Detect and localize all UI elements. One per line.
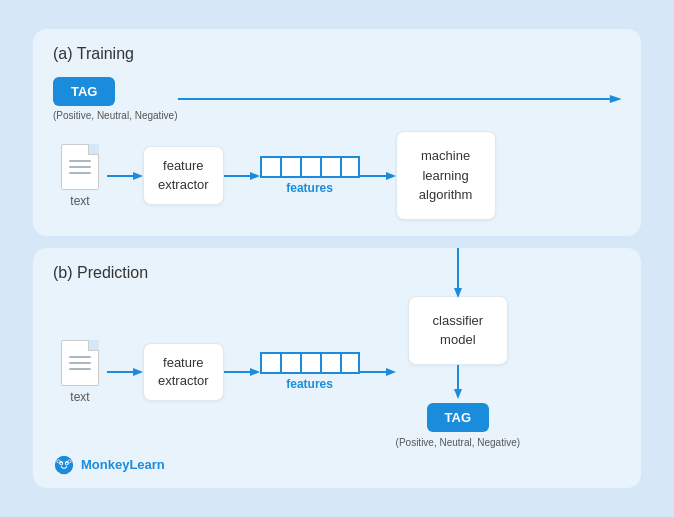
prediction-arrow-3 [360, 364, 396, 380]
training-title: (a) Training [53, 45, 621, 63]
prediction-tag-subtitle: (Positive, Neutral, Negative) [396, 437, 521, 448]
pred-feature-cell-2 [280, 352, 300, 374]
prediction-title-letter: (b) [53, 264, 73, 281]
pred-doc-line-3 [69, 368, 91, 370]
doc-line-2 [69, 166, 91, 168]
training-arrow-1 [107, 168, 143, 184]
doc-line-1 [69, 160, 91, 162]
pred-feature-cell-4 [320, 352, 340, 374]
prediction-features-box: features [260, 352, 360, 391]
svg-marker-17 [454, 389, 462, 399]
prediction-features-label: features [286, 377, 333, 391]
feature-cell-1 [260, 156, 280, 178]
prediction-title-text: Prediction [73, 264, 149, 281]
prediction-doc-image [61, 340, 99, 386]
classifier-column: classifiermodel TAG (Positiv [396, 296, 521, 448]
feature-cell-5 [340, 156, 360, 178]
training-tag-subtitle: (Positive, Neutral, Negative) [53, 110, 178, 121]
prediction-feature-extractor-label: featureextractor [158, 355, 209, 388]
svg-marker-13 [386, 368, 396, 376]
training-section: (a) Training TAG (Positive, Neutral, Neg… [33, 29, 641, 236]
svg-marker-7 [386, 172, 396, 180]
svg-marker-9 [133, 368, 143, 376]
training-features-box: features [260, 156, 360, 195]
doc-line-3 [69, 172, 91, 174]
prediction-features-array [260, 352, 360, 374]
training-doc-label: text [70, 194, 89, 208]
prediction-tag-button[interactable]: TAG [427, 403, 489, 432]
monkeylearn-icon [53, 454, 75, 476]
training-feature-extractor-label: featureextractor [158, 158, 209, 191]
diagram-container: (a) Training TAG (Positive, Neutral, Neg… [17, 13, 657, 504]
svg-marker-5 [250, 172, 260, 180]
training-features-label: features [286, 181, 333, 195]
prediction-tag-result: TAG (Positive, Neutral, Negative) [396, 403, 521, 448]
training-title-text: Training [73, 45, 134, 62]
prediction-classifier-box: classifiermodel [408, 296, 508, 365]
prediction-arrow-1 [107, 364, 143, 380]
training-tag-button[interactable]: TAG [53, 77, 115, 106]
feature-cell-3 [300, 156, 320, 178]
logo-text: MonkeyLearn [81, 457, 165, 472]
training-title-letter: (a) [53, 45, 73, 62]
training-tag-row: TAG (Positive, Neutral, Negative) [53, 77, 621, 121]
pred-feature-cell-5 [340, 352, 360, 374]
feature-cell-2 [280, 156, 300, 178]
prediction-feature-extractor: featureextractor [143, 343, 224, 401]
training-doc-image [61, 144, 99, 190]
svg-point-23 [57, 460, 61, 463]
pred-doc-line-1 [69, 356, 91, 358]
training-arrow-2 [224, 168, 260, 184]
prediction-title: (b) Prediction [53, 264, 621, 282]
logo-row: MonkeyLearn [53, 450, 165, 476]
prediction-section: (b) Prediction text [33, 248, 641, 488]
svg-marker-15 [454, 288, 462, 298]
prediction-flow-row: text featureextractor [53, 296, 621, 448]
svg-marker-3 [133, 172, 143, 180]
training-features-array [260, 156, 360, 178]
pred-feature-cell-3 [300, 352, 320, 374]
training-feature-extractor: featureextractor [143, 146, 224, 204]
prediction-classifier-label: classifiermodel [433, 313, 484, 348]
pred-doc-line-2 [69, 362, 91, 364]
training-long-arrow [178, 91, 622, 107]
svg-point-24 [68, 460, 72, 463]
vertical-arrow-out [450, 365, 466, 403]
prediction-doc-icon: text [53, 340, 107, 404]
training-tag-container: TAG (Positive, Neutral, Negative) [53, 77, 178, 121]
svg-point-22 [66, 462, 68, 464]
svg-marker-11 [250, 368, 260, 376]
training-doc-icon: text [53, 144, 107, 208]
prediction-doc-label: text [70, 390, 89, 404]
prediction-bottom-row: MonkeyLearn [53, 450, 621, 476]
feature-cell-4 [320, 156, 340, 178]
training-ml-label: machinelearningalgorithm [419, 148, 472, 202]
prediction-arrow-2 [224, 364, 260, 380]
training-flow-row: text featureextractor [53, 131, 621, 220]
svg-point-18 [55, 456, 73, 474]
pred-feature-cell-1 [260, 352, 280, 374]
training-ml-box: machinelearningalgorithm [396, 131, 496, 220]
svg-point-21 [60, 462, 62, 464]
svg-marker-1 [609, 95, 621, 103]
training-arrow-3 [360, 168, 396, 184]
